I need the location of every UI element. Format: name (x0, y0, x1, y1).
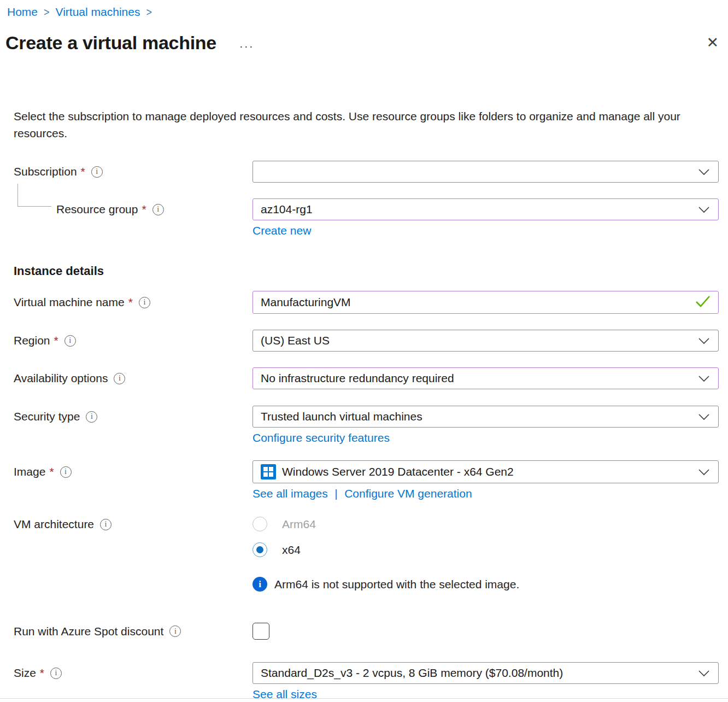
info-icon[interactable]: i (152, 204, 164, 215)
radio-option-x64: x64 (253, 542, 719, 557)
availability-options-row: Availability options i No infrastructure… (14, 367, 719, 389)
info-icon[interactable]: i (64, 335, 76, 347)
windows-logo-icon (261, 464, 276, 479)
section-divider (0, 698, 728, 702)
breadcrumb-chevron-icon: > (44, 4, 50, 20)
image-row: Image * i Windows Server 2019 Datacenter… (14, 460, 719, 483)
configure-security-features-link[interactable]: Configure security features (253, 431, 390, 444)
create-new-link[interactable]: Create new (253, 224, 311, 237)
close-icon[interactable]: ✕ (706, 36, 719, 50)
title-bar: Create a virtual machine ··· ✕ (5, 30, 719, 55)
vm-architecture-label: VM architecture i (14, 517, 253, 531)
more-options-icon[interactable]: ··· (239, 43, 254, 49)
resource-group-dropdown[interactable]: az104-rg1 (253, 198, 719, 220)
required-asterisk: * (49, 465, 54, 478)
breadcrumb-link-home[interactable]: Home (7, 5, 38, 19)
subscription-row: Subscription * i (14, 161, 719, 183)
image-dropdown[interactable]: Windows Server 2019 Datacenter - x64 Gen… (253, 460, 719, 483)
radio-arm64 (253, 517, 267, 531)
required-asterisk: * (40, 666, 44, 680)
form-content: Select the subscription to manage deploy… (14, 108, 719, 702)
info-filled-icon: i (253, 577, 267, 592)
chevron-down-icon (698, 465, 709, 478)
required-asterisk: * (54, 334, 58, 347)
vm-name-row: Virtual machine name * i ManufacturingVM (14, 291, 719, 314)
vm-name-label: Virtual machine name * i (14, 296, 253, 309)
chevron-down-icon (698, 165, 709, 178)
arm64-info-message: Arm64 is not supported with the selected… (274, 578, 519, 591)
radio-x64-label[interactable]: x64 (282, 543, 301, 557)
size-row: Size * i Standard_D2s_v3 - 2 vcpus, 8 Gi… (14, 662, 719, 684)
chevron-down-icon (698, 410, 709, 423)
availability-options-dropdown[interactable]: No infrastructure redundancy required (253, 367, 719, 389)
chevron-down-icon (698, 666, 709, 680)
intro-text: Select the subscription to manage deploy… (14, 108, 709, 142)
required-asterisk: * (128, 296, 133, 309)
image-value: Windows Server 2019 Datacenter - x64 Gen… (282, 465, 514, 478)
arm64-info-message-row: i Arm64 is not supported with the select… (253, 577, 719, 592)
chevron-down-icon (698, 203, 709, 216)
subscription-dropdown[interactable] (253, 161, 719, 183)
radio-x64[interactable] (253, 542, 267, 557)
image-label: Image * i (14, 465, 253, 478)
info-icon[interactable]: i (60, 466, 72, 478)
vm-architecture-row: VM architecture i Arm64 x64 (14, 517, 719, 557)
chevron-down-icon (698, 372, 709, 385)
region-dropdown[interactable]: (US) East US (253, 330, 719, 352)
spot-discount-row: Run with Azure Spot discount i (14, 623, 719, 640)
vm-name-value: ManufacturingVM (261, 296, 351, 309)
info-icon[interactable]: i (139, 297, 150, 308)
info-icon[interactable]: i (114, 373, 125, 384)
valid-check-icon (695, 295, 711, 310)
required-asterisk: * (81, 165, 85, 178)
availability-options-label: Availability options i (14, 372, 253, 385)
page-title: Create a virtual machine (5, 30, 216, 55)
size-label: Size * i (14, 666, 253, 680)
subscription-label: Subscription * i (14, 165, 253, 178)
breadcrumb-link-virtual-machines[interactable]: Virtual machines (56, 5, 140, 19)
size-dropdown[interactable]: Standard_D2s_v3 - 2 vcpus, 8 GiB memory … (253, 662, 719, 684)
required-asterisk: * (142, 203, 146, 216)
info-icon[interactable]: i (86, 411, 97, 423)
info-icon[interactable]: i (91, 166, 103, 178)
resource-group-value: az104-rg1 (261, 203, 313, 216)
region-value: (US) East US (261, 334, 330, 347)
region-label: Region * i (14, 334, 253, 347)
security-type-row: Security type i Trusted launch virtual m… (14, 406, 719, 428)
radio-arm64-label: Arm64 (282, 518, 316, 531)
configure-vm-generation-link[interactable]: Configure VM generation (344, 487, 472, 500)
info-icon[interactable]: i (169, 625, 181, 637)
size-value: Standard_D2s_v3 - 2 vcpus, 8 GiB memory … (261, 666, 563, 680)
security-type-label: Security type i (14, 410, 253, 423)
vm-name-input[interactable]: ManufacturingVM (253, 291, 719, 314)
spot-discount-label: Run with Azure Spot discount i (14, 625, 253, 638)
chevron-down-icon (698, 334, 709, 347)
spot-discount-checkbox[interactable] (253, 623, 269, 640)
resource-group-row: Resource group * i az104-rg1 (14, 198, 719, 220)
breadcrumb-chevron-icon: > (146, 4, 152, 20)
security-type-value: Trusted launch virtual machines (261, 410, 422, 423)
breadcrumb: Home > Virtual machines > (0, 0, 728, 19)
info-icon[interactable]: i (50, 668, 62, 679)
links-divider: | (334, 487, 337, 500)
info-icon[interactable]: i (100, 519, 111, 530)
see-all-images-link[interactable]: See all images (253, 487, 328, 500)
availability-options-value: No infrastructure redundancy required (261, 372, 454, 385)
security-type-dropdown[interactable]: Trusted launch virtual machines (253, 406, 719, 428)
radio-option-arm64: Arm64 (253, 517, 719, 531)
indent-connector-line (17, 184, 51, 207)
region-row: Region * i (US) East US (14, 330, 719, 352)
instance-details-heading: Instance details (14, 264, 719, 278)
